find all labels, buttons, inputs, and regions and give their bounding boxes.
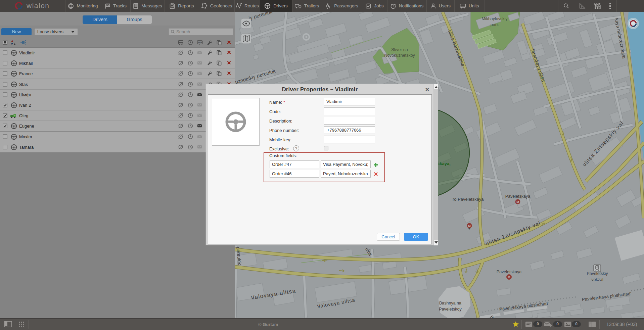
svg-text:park: park	[491, 22, 499, 27]
svg-text:Novokuznetskoy: Novokuznetskoy	[384, 53, 415, 58]
svg-text:Z: Z	[11, 42, 13, 46]
svg-text:M: M	[516, 200, 519, 204]
svg-text:M: M	[508, 275, 510, 279]
svg-text:Paveletskoy: Paveletskoy	[439, 307, 462, 312]
svg-text:vokzal: vokzal	[591, 277, 603, 282]
svg-text:Paveletskaya: Paveletskaya	[505, 194, 530, 199]
svg-text:Bashnya na: Bashnya na	[439, 301, 461, 305]
svg-text:Paveletskiy: Paveletskiy	[587, 271, 608, 276]
svg-text:M: M	[468, 224, 471, 228]
svg-text:Mikhaylovskiy: Mikhaylovskiy	[481, 16, 508, 21]
svg-text:skaya,: skaya,	[437, 161, 451, 166]
svg-text:ro Paveletskaya: ro Paveletskaya	[453, 197, 484, 202]
svg-text:Paveletskaya: Paveletskaya	[497, 270, 521, 274]
svg-text:Skver na: Skver na	[391, 47, 408, 52]
